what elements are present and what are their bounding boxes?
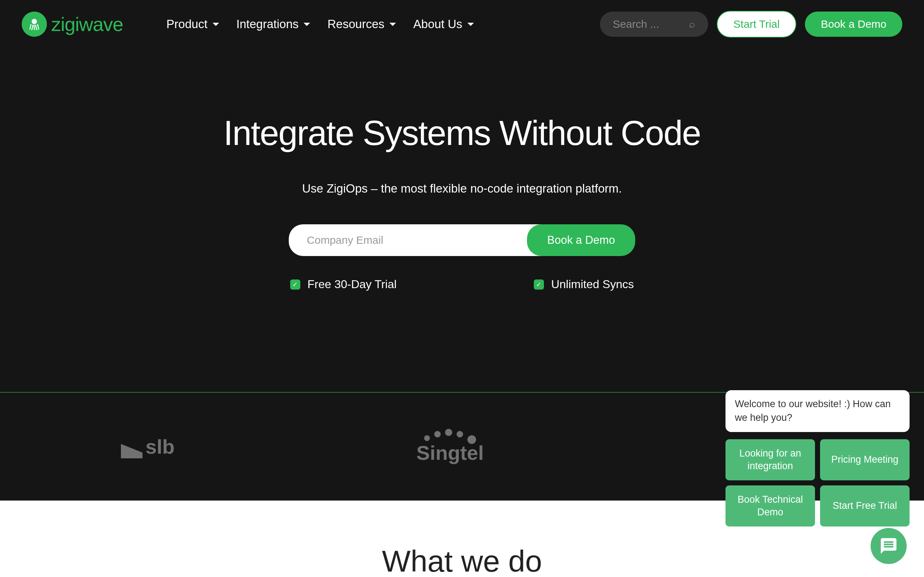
partner-logo-text: slb — [145, 435, 175, 458]
nav-label: Product — [166, 17, 208, 31]
header: zigiwave Product Integrations Resources … — [0, 0, 924, 48]
chat-option-trial[interactable]: Start Free Trial — [820, 485, 909, 527]
chat-greeting: Welcome to our website! :) How can we he… — [725, 390, 909, 432]
chat-options: Looking for an integration Pricing Meeti… — [725, 439, 909, 527]
nav-label: Resources — [327, 17, 384, 31]
hero-features: ✓ Free 30-Day Trial ✓ Unlimited Syncs — [0, 278, 924, 291]
check-icon: ✓ — [290, 279, 300, 290]
main-nav: Product Integrations Resources About Us — [166, 17, 474, 31]
nav-label: Integrations — [236, 17, 299, 31]
feature-label: Unlimited Syncs — [551, 278, 634, 291]
feature-label: Free 30-Day Trial — [307, 278, 397, 291]
book-demo-button[interactable]: Book a Demo — [805, 11, 902, 37]
search-input[interactable] — [613, 18, 683, 30]
nav-about-us[interactable]: About Us — [413, 17, 474, 31]
chat-option-pricing[interactable]: Pricing Meeting — [820, 439, 909, 480]
feature-item: ✓ Unlimited Syncs — [534, 278, 634, 291]
hero-section: Integrate Systems Without Code Use ZigiO… — [0, 48, 924, 320]
start-trial-button[interactable]: Start Trial — [717, 11, 796, 37]
company-email-input[interactable] — [289, 224, 541, 256]
nav-integrations[interactable]: Integrations — [236, 17, 310, 31]
slb-shape-icon — [121, 444, 142, 458]
chevron-down-icon — [304, 23, 310, 26]
hero-title: Integrate Systems Without Code — [0, 113, 924, 153]
email-form: Book a Demo — [0, 224, 924, 256]
section-heading: What we do — [0, 544, 924, 577]
chevron-down-icon — [467, 23, 474, 26]
header-actions: ⌕ Start Trial Book a Demo — [600, 11, 902, 37]
partner-logo-text: Singtel — [417, 442, 484, 464]
logo[interactable]: zigiwave — [22, 11, 123, 37]
search-icon: ⌕ — [689, 18, 695, 30]
feature-item: ✓ Free 30-Day Trial — [290, 278, 397, 291]
logo-icon — [22, 11, 47, 37]
nav-label: About Us — [413, 17, 462, 31]
hero-book-demo-button[interactable]: Book a Demo — [527, 224, 635, 256]
logo-text: zigiwave — [51, 13, 123, 35]
chat-option-demo[interactable]: Book Technical Demo — [725, 485, 815, 527]
chevron-down-icon — [213, 23, 219, 26]
partner-logo-singtel: Singtel — [417, 429, 484, 464]
singtel-dots-icon — [417, 429, 484, 437]
chat-widget: Welcome to our website! :) How can we he… — [725, 390, 909, 527]
chat-option-integration[interactable]: Looking for an integration — [725, 439, 815, 480]
nav-product[interactable]: Product — [166, 17, 219, 31]
svg-point-0 — [32, 19, 37, 24]
nav-resources[interactable]: Resources — [327, 17, 396, 31]
chat-icon — [879, 537, 898, 555]
check-icon: ✓ — [534, 279, 544, 290]
search-box[interactable]: ⌕ — [600, 11, 708, 37]
chat-fab-button[interactable] — [871, 528, 907, 564]
partner-logo-slb: slb — [121, 435, 175, 458]
chevron-down-icon — [389, 23, 396, 26]
hero-subtitle: Use ZigiOps – the most flexible no-code … — [0, 182, 924, 195]
